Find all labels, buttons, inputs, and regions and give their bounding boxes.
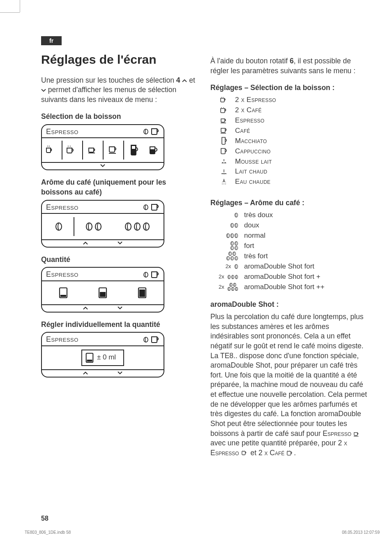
svg-point-10 [134,223,140,230]
text-espresso: Espresso [323,429,351,438]
list-item: normal [219,231,367,241]
small-cup-icon [353,431,360,437]
drink-label: Café [235,126,250,136]
mug-icon [148,145,159,155]
drink-label: Espresso [235,116,265,125]
drink-label: 2 x Espresso [235,95,276,105]
list-item: Cappuccino [219,147,367,156]
list-item: Eau chaude [219,177,367,187]
small-cup-icon [220,118,228,123]
right-column: À l'aide du bouton rotatif 6, il est pos… [210,51,367,465]
aroma-label: aromaDouble Shot fort + [244,272,321,282]
chevron-up-icon [83,306,88,310]
text: Plus la percolation du café dure longtem… [210,313,367,438]
hot-milk-icon [221,169,227,175]
svg-point-7 [86,223,92,230]
drink-label: Lait chaud [235,167,267,176]
double-cup-icon [220,107,228,114]
list-item: Espresso [219,116,367,125]
panel-label: Espresso [46,127,78,137]
list-item: 2x aromaDouble Shot fort ++ [219,283,367,292]
chevron-down-icon [117,371,123,375]
svg-point-11 [143,223,149,230]
svg-rect-3 [132,146,135,149]
chevron-up-icon [182,79,187,83]
fill-low-icon [85,352,95,364]
svg-point-5 [144,205,148,210]
svg-rect-4 [150,147,154,149]
ref-6: 6 [290,57,294,65]
list-item: 2x aromaDouble Shot fort [219,262,367,271]
display-panel-aroma: Espresso [41,200,164,248]
list-item: Café [219,126,367,136]
double-small-cup-icon [241,450,249,456]
double-small-cup-icon [46,145,58,155]
text: À l'aide du bouton rotatif [210,57,290,65]
panel-label: Espresso [46,334,78,344]
prefix-2x: 2x [219,273,224,280]
svg-rect-14 [60,295,66,297]
bean-1-icon [55,222,63,231]
svg-point-19 [144,337,148,342]
cup-icon [108,145,119,155]
display-panel-drinks: Espresso [41,124,164,170]
drink-label: 2 x Café [235,106,262,115]
print-date: 08.05.2013 12:07:59 [342,530,380,535]
heading-arome: Arôme du café (uniquement pour les boiss… [41,178,198,197]
bean-2-icon [230,223,238,228]
text: . [294,449,296,457]
right-intro: À l'aide du bouton rotatif 6, il est pos… [210,56,367,76]
drink-label: Macchiato [235,137,267,146]
prefix-2x: 2x [219,283,224,291]
text: Une pression sur les touches de sélectio… [41,76,176,84]
list-item: très doux [219,211,367,220]
page-title: Réglages de l'écran [41,51,198,68]
left-column: Réglages de l'écran Une pression sur les… [41,51,198,465]
bean-5-icon [226,252,238,261]
small-cup-icon [88,146,98,155]
svg-point-12 [144,272,148,277]
chevron-down-icon [117,306,123,310]
list-item: 2 x Espresso [219,95,367,105]
heading-quantite: Quantité [41,255,198,265]
double-cup-icon [66,145,78,155]
bean-2-icon [85,222,103,231]
mug-icon [220,148,228,155]
display-panel-quantity: Espresso [41,267,164,312]
list-item: doux [219,221,367,230]
crop-mark [20,0,20,12]
double-small-cup-icon [220,97,228,103]
bean-3-icon [226,233,238,238]
aroma-label: normal [244,231,265,241]
bean-4-icon [230,241,238,250]
page: fr Réglages de l'écran Une pression sur … [0,0,392,542]
panel-label: Espresso [46,269,78,279]
inner-box: ± 0 ml [81,350,124,366]
prefix-2x: 2x [226,263,231,270]
text: avec une petite quantité préparée, pour [210,439,338,447]
chevron-down-icon [41,88,46,92]
heading-regler-quantite: Régler individuellement la quantité [41,320,198,330]
bean-1-icon [234,264,238,269]
list-item: Mousse lait [219,157,367,167]
print-file: TE803_806_1DE.indb 58 [25,530,71,535]
list-item: Macchiato [219,137,367,146]
cup-large-icon [150,271,159,279]
list-item: très fort [219,252,367,261]
text: permet d'afficher les menus de sélection… [41,86,176,104]
bean-icon [143,129,149,134]
heading-drink-settings: Réglages – Sélection de la boisson : [210,83,367,93]
bean-3-icon [124,222,151,231]
fill-mid-icon [97,287,108,299]
aroma-label: très fort [244,252,268,261]
bean-3-icon [227,275,238,279]
double-cup-icon [286,450,294,456]
text: et [249,449,258,457]
chevron-down-icon [117,241,123,245]
aroma-label: aromaDouble Shot fort ++ [244,283,325,292]
heading-selection-boisson: Sélection de la boisson [41,112,198,122]
display-panel-adjust: Espresso ± 0 ml [41,332,164,377]
heading-aroma-settings: Réglages – Arôme du café : [210,198,367,208]
svg-rect-21 [87,359,92,361]
aroma-list: très doux doux normal fort très fort 2x … [219,211,367,292]
